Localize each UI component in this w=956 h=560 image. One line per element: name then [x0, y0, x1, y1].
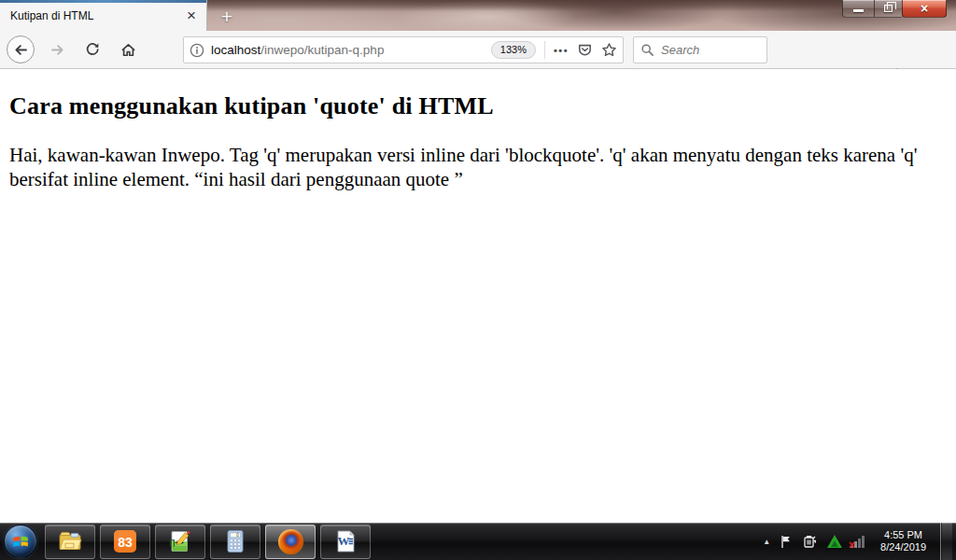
action-center-flag-icon[interactable] [779, 534, 794, 550]
desktop-screen: Kutipan di HTML × + × lo [0, 0, 956, 560]
taskbar: 83 ∏++ 0 [0, 523, 956, 560]
zoom-level-badge[interactable]: 133% [491, 41, 536, 59]
navigation-toolbar: localhost/inwepo/kutipan-q.php 133% ••• [0, 31, 956, 69]
network-status-icon[interactable]: × [851, 535, 866, 549]
hidden-icons-button[interactable]: ▲ [763, 538, 770, 546]
new-tab-button[interactable]: + [212, 2, 242, 31]
back-icon [13, 42, 29, 58]
page-actions-icon[interactable]: ••• [554, 45, 569, 56]
browser-tab-active[interactable]: Kutipan di HTML × [0, 0, 207, 31]
xampp-icon: 83 [112, 528, 138, 554]
power-plug-icon[interactable] [802, 533, 819, 550]
titlebar[interactable]: Kutipan di HTML × + × [0, 0, 956, 31]
windows-logo-icon [4, 525, 37, 558]
page-content: Cara menggunakan kutipan 'quote' di HTML… [0, 69, 956, 523]
minimize-button[interactable] [842, 0, 874, 18]
reload-icon [85, 42, 100, 57]
search-input[interactable] [661, 43, 754, 57]
url-host: localhost [211, 43, 260, 57]
taskbar-app-firefox[interactable] [265, 525, 316, 559]
page-heading: Cara menggunakan kutipan 'quote' di HTML [9, 92, 945, 120]
paragraph-text: Hai, kawan-kawan Inwepo. Tag 'q' merupak… [9, 144, 918, 190]
show-desktop-button[interactable] [940, 523, 952, 560]
reload-button[interactable] [79, 36, 105, 63]
search-icon [640, 43, 654, 57]
page-paragraph: Hai, kawan-kawan Inwepo. Tag 'q' merupak… [9, 143, 945, 191]
tray-date: 8/24/2019 [880, 541, 926, 553]
system-tray: ▲ × 4:55 PM 8/24/2019 [763, 523, 956, 560]
url-bar[interactable]: localhost/inwepo/kutipan-q.php 133% ••• [183, 36, 624, 63]
forward-button[interactable] [44, 36, 70, 63]
start-button[interactable] [0, 523, 41, 560]
restore-icon [884, 5, 893, 12]
firefox-icon [278, 529, 303, 554]
close-button[interactable]: × [902, 0, 947, 18]
taskbar-app-microsoft-word[interactable]: W [320, 525, 371, 559]
home-icon [120, 42, 136, 58]
avg-antivirus-icon[interactable] [827, 535, 842, 548]
taskbar-app-windows-explorer[interactable] [45, 525, 95, 559]
restore-button[interactable] [874, 0, 902, 18]
search-bar[interactable] [633, 36, 767, 63]
site-info-icon[interactable] [190, 43, 204, 58]
url-text[interactable]: localhost/inwepo/kutipan-q.php [211, 43, 384, 57]
bookmark-star-icon[interactable] [601, 42, 617, 58]
url-path: /inwepo/kutipan-q.php [260, 43, 384, 57]
microsoft-word-icon: W [332, 528, 358, 554]
home-button[interactable] [115, 36, 141, 63]
forward-icon [49, 42, 65, 58]
svg-text:83: 83 [118, 535, 133, 550]
pocket-icon[interactable] [577, 42, 593, 58]
tray-time: 4:55 PM [880, 529, 926, 541]
windows-explorer-icon [57, 528, 83, 554]
tab-close-icon[interactable]: × [180, 5, 203, 27]
taskbar-apps: 83 ∏++ 0 [45, 525, 371, 559]
notepad-plus-plus-icon: ∏++ [167, 528, 193, 554]
inline-quote: “ini hasil dari penggunaan quote ” [194, 168, 463, 190]
tab-title: Kutipan di HTML [0, 9, 180, 22]
back-button[interactable] [7, 35, 35, 63]
window-controls: × [842, 0, 947, 18]
minimize-icon [853, 9, 864, 12]
close-icon: × [921, 2, 928, 15]
taskbar-clock[interactable]: 4:55 PM 8/24/2019 [875, 529, 932, 553]
svg-text:W: W [338, 534, 350, 548]
calculator-icon: 0 [222, 528, 248, 554]
network-error-icon: × [849, 539, 855, 552]
urlbar-divider [544, 41, 545, 59]
taskbar-app-notepad-plus-plus[interactable]: ∏++ [155, 525, 205, 559]
taskbar-app-xampp[interactable]: 83 [100, 525, 150, 559]
taskbar-app-calculator[interactable]: 0 [210, 525, 260, 559]
